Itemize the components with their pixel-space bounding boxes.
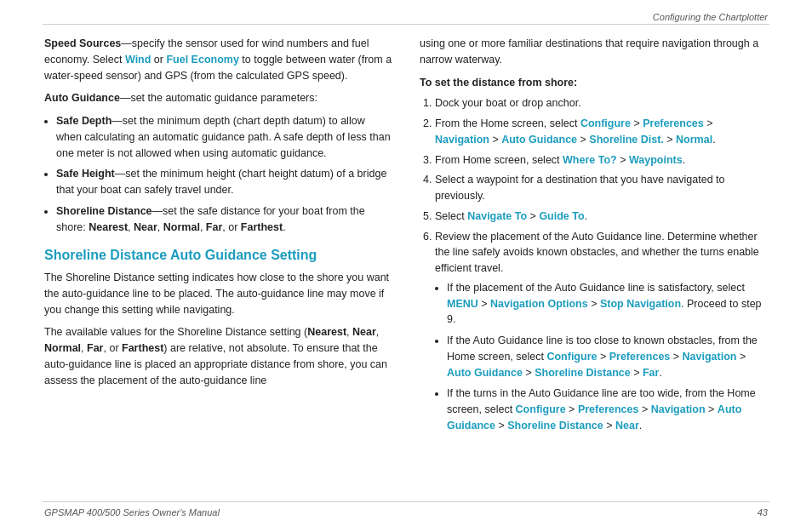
- auto-guidance-intro: Auto Guidance—set the automatic guidance…: [44, 90, 392, 106]
- steps-list: Dock your boat or drop anchor. From the …: [435, 95, 768, 433]
- step-4: Select a waypoint for a destination that…: [435, 172, 768, 204]
- sub-bullet-3: If the turns in the Auto Guidance line a…: [447, 386, 768, 433]
- preferences-link-1: Preferences: [643, 117, 704, 129]
- wind-link: Wind: [125, 54, 151, 66]
- navigation-link-2: Navigation: [683, 351, 737, 363]
- footer: GPSMAP 400/500 Series Owner's Manual 43: [44, 507, 768, 517]
- where-to-link: Where To?: [563, 154, 617, 166]
- auto-guidance-link-1: Auto Guidance: [501, 134, 577, 146]
- far-label: Far: [206, 221, 222, 233]
- auto-guidance-link-2: Auto Guidance: [447, 367, 523, 379]
- step-6: Review the placement of the Auto Guidanc…: [435, 229, 768, 434]
- far-inline: Far: [87, 342, 103, 354]
- navigation-link-3: Navigation: [651, 403, 706, 415]
- speed-sources-para: Speed Sources—specify the sensor used fo…: [44, 36, 392, 83]
- normal-link: Normal: [676, 134, 712, 146]
- menu-link: MENU: [447, 298, 478, 310]
- section-para1: The Shoreline Distance setting indicates…: [44, 270, 392, 317]
- shoreline-distance-item: Shoreline Distance—set the safe distance…: [56, 203, 392, 236]
- configure-link-2: Configure: [546, 351, 597, 363]
- far-link: Far: [643, 367, 659, 379]
- configure-link-3: Configure: [516, 403, 566, 415]
- shoreline-distance-link-2: Shoreline Distance: [507, 420, 603, 432]
- bottom-rule: [43, 501, 769, 502]
- footer-left: GPSMAP 400/500 Series Owner's Manual: [44, 507, 220, 517]
- preferences-link-3: Preferences: [578, 403, 639, 415]
- farthest-inline: Farthest: [122, 342, 163, 354]
- nearest-label: Nearest: [89, 221, 128, 233]
- speed-sources-label: Speed Sources: [44, 37, 121, 49]
- step-5: Select Navigate To > Guide To.: [435, 209, 768, 225]
- step-3: From Home screen, select Where To? > Way…: [435, 152, 768, 169]
- auto-guidance-label: Auto Guidance: [44, 92, 120, 104]
- right-para1: using one or more familiar destinations …: [420, 36, 768, 68]
- step-1: Dock your boat or drop anchor.: [435, 95, 768, 111]
- section-para2: The available values for the Shoreline D…: [44, 324, 392, 388]
- content-area: Speed Sources—specify the sensor used fo…: [44, 36, 768, 499]
- guide-to-link: Guide To: [539, 210, 584, 222]
- safe-depth-item: Safe Depth—set the minimum depth (chart …: [56, 113, 392, 161]
- near-link: Near: [615, 420, 639, 432]
- navigation-options-link: Navigation Options: [490, 298, 588, 310]
- nearest-inline: Nearest: [307, 326, 346, 338]
- step-2: From the Home screen, select Configure >…: [435, 116, 768, 148]
- footer-right: 43: [758, 507, 768, 517]
- shoreline-dist-link: Shoreline Dist.: [589, 134, 664, 146]
- sub-bullets: If the placement of the Auto Guidance li…: [447, 280, 768, 434]
- sub-bullet-1: If the placement of the Auto Guidance li…: [447, 280, 768, 328]
- near-label: Near: [134, 221, 157, 233]
- page: Configuring the Chartplotter Speed Sourc…: [0, 0, 812, 526]
- right-column: using one or more familiar destinations …: [420, 36, 768, 499]
- shoreline-distance-label: Shoreline Distance: [56, 205, 152, 217]
- navigation-link-1: Navigation: [435, 134, 489, 146]
- safe-height-item: Safe Height—set the minimum height (char…: [56, 166, 392, 198]
- top-rule: [43, 24, 769, 25]
- farthest-label: Farthest: [241, 221, 283, 233]
- section-heading: Shoreline Distance Auto Guidance Setting: [44, 247, 392, 265]
- safe-depth-label: Safe Depth: [56, 115, 112, 127]
- shoreline-distance-link-1: Shoreline Distance: [535, 367, 631, 379]
- configure-link-1: Configure: [580, 117, 631, 129]
- near-inline: Near: [352, 326, 376, 338]
- safe-height-label: Safe Height: [56, 168, 115, 180]
- left-column: Speed Sources—specify the sensor used fo…: [44, 36, 392, 499]
- set-distance-heading: To set the distance from shore:: [420, 75, 768, 91]
- guidance-bullets: Safe Depth—set the minimum depth (chart …: [56, 113, 392, 235]
- page-header: Configuring the Chartplotter: [653, 12, 768, 22]
- normal-inline: Normal: [44, 342, 81, 354]
- normal-label: Normal: [163, 221, 200, 233]
- preferences-link-2: Preferences: [609, 351, 671, 363]
- stop-navigation-link: Stop Navigation: [600, 298, 681, 310]
- fuel-economy-link: Fuel Economy: [166, 54, 238, 66]
- navigate-to-link: Navigate To: [467, 210, 527, 222]
- waypoints-link: Waypoints: [629, 154, 683, 166]
- sub-bullet-2: If the Auto Guidance line is too close t…: [447, 333, 768, 380]
